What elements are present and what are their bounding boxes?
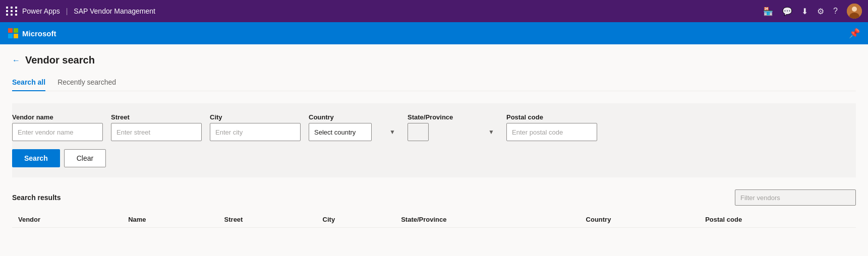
tab-search-all[interactable]: Search all	[12, 74, 45, 91]
street-group: Street	[111, 113, 202, 141]
col-vendor: Vendor	[12, 212, 122, 228]
clear-button[interactable]: Clear	[64, 149, 106, 167]
tabs-container: Search all Recently searched	[12, 74, 856, 91]
col-street: Street	[218, 212, 317, 228]
city-group: City	[210, 113, 301, 141]
search-button[interactable]: Search	[12, 149, 60, 167]
vendor-name-group: Vendor name	[12, 113, 103, 141]
microsoft-label: Microsoft	[22, 29, 56, 38]
country-select-wrapper: Select country ▼	[309, 123, 399, 141]
user-avatar[interactable]	[847, 4, 862, 19]
street-label: Street	[111, 113, 202, 121]
postal-code-label: Postal code	[506, 113, 597, 121]
page-header: ← Vendor search	[12, 54, 856, 66]
col-name: Name	[122, 212, 218, 228]
col-country: Country	[580, 212, 700, 228]
street-input[interactable]	[111, 123, 202, 141]
country-select[interactable]: Select country	[309, 123, 372, 141]
pin-icon[interactable]: 📌	[849, 28, 860, 39]
vendor-name-input[interactable]	[12, 123, 103, 141]
state-province-select[interactable]	[408, 123, 429, 141]
help-icon[interactable]: ?	[833, 7, 838, 16]
nav-separator: |	[66, 7, 68, 15]
postal-code-input[interactable]	[506, 123, 597, 141]
filter-vendors-input[interactable]	[735, 189, 856, 206]
results-title: Search results	[12, 194, 61, 202]
form-fields-row: Vendor name Street City Country Select c…	[12, 113, 856, 141]
col-city: City	[317, 212, 395, 228]
col-postal-code: Postal code	[699, 212, 856, 228]
results-section: Search results Vendor Name Street City S…	[12, 189, 856, 228]
country-group: Country Select country ▼	[309, 113, 399, 141]
ms-bar-right: 📌	[849, 28, 860, 39]
settings-icon[interactable]: ⚙	[817, 7, 824, 16]
button-row: Search Clear	[12, 149, 856, 167]
microsoft-logo[interactable]: Microsoft	[8, 28, 56, 38]
power-apps-label: Power Apps	[22, 7, 60, 15]
city-label: City	[210, 113, 301, 121]
table-header-row: Vendor Name Street City State/Province C…	[12, 212, 856, 228]
country-label: Country	[309, 113, 399, 121]
svg-point-1	[852, 7, 857, 12]
page-title: Vendor search	[25, 54, 95, 66]
results-header: Search results	[12, 189, 856, 206]
col-state-province: State/Province	[395, 212, 580, 228]
tab-recently-searched[interactable]: Recently searched	[57, 74, 116, 91]
country-chevron-icon: ▼	[389, 129, 395, 136]
state-province-label: State/Province	[408, 113, 498, 121]
ms-logo-grid	[8, 28, 18, 38]
state-province-group: State/Province ▼	[408, 113, 498, 141]
table-header: Vendor Name Street City State/Province C…	[12, 212, 856, 228]
main-content: ← Vendor search Search all Recently sear…	[0, 44, 868, 256]
city-input[interactable]	[210, 123, 301, 141]
postal-code-group: Postal code	[506, 113, 597, 141]
top-nav-bar: Power Apps | SAP Vendor Management 🏪 💬 ⬇…	[0, 0, 868, 22]
state-select-wrapper: ▼	[408, 123, 498, 141]
chat-icon[interactable]: 💬	[782, 7, 792, 16]
back-button[interactable]: ←	[12, 56, 20, 65]
top-nav-right-icons: 🏪 💬 ⬇ ⚙ ?	[763, 4, 862, 19]
microsoft-bar: Microsoft 📌	[0, 22, 868, 44]
apps-grid-icon[interactable]	[6, 7, 18, 16]
download-icon[interactable]: ⬇	[801, 7, 808, 16]
results-table: Vendor Name Street City State/Province C…	[12, 212, 856, 228]
search-form: Vendor name Street City Country Select c…	[12, 103, 856, 177]
vendor-name-label: Vendor name	[12, 113, 103, 121]
state-chevron-icon: ▼	[488, 129, 494, 136]
app-name-label: SAP Vendor Management	[74, 7, 155, 15]
store-icon[interactable]: 🏪	[763, 7, 773, 16]
